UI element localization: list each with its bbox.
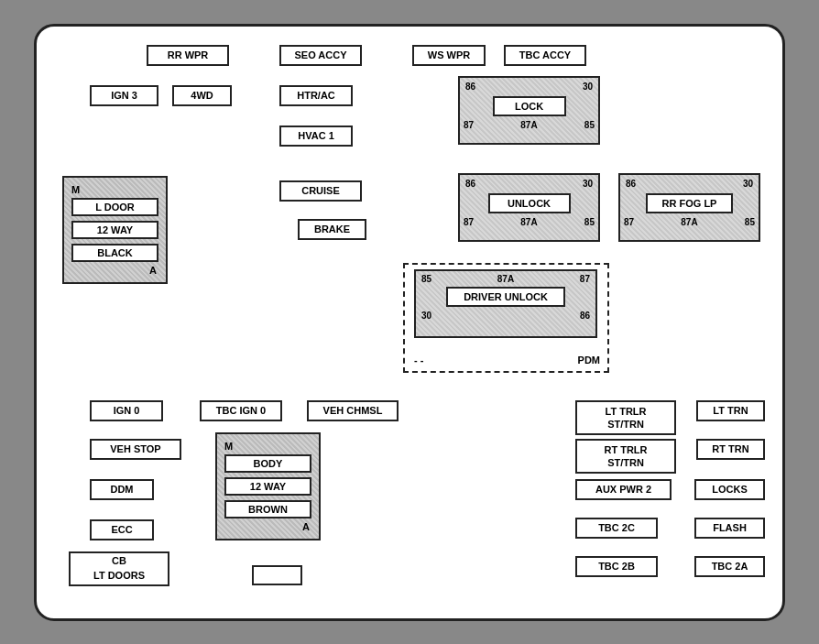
lock-30: 30	[583, 82, 593, 92]
rr-wpr-label: RR WPR	[147, 45, 229, 66]
unlock-86: 86	[465, 179, 475, 189]
unlock-label: UNLOCK	[488, 193, 571, 213]
cb-lt-doors-label: CBLT DOORS	[69, 551, 169, 586]
left-m-label: M	[71, 184, 80, 195]
ecc-label: ECC	[90, 519, 154, 540]
du-86: 86	[580, 311, 590, 321]
4wd-label: 4WD	[172, 85, 232, 106]
du-87: 87	[580, 274, 590, 284]
veh-stop-label: VEH STOP	[90, 439, 181, 460]
lock-relay-group: 86 30 LOCK 87 87A 85	[458, 76, 600, 145]
lt-trn-label: LT TRN	[696, 400, 765, 421]
du-30: 30	[421, 311, 431, 321]
rt-trn-label: RT TRN	[696, 439, 765, 460]
lock-bottom: 87 87A 85	[460, 120, 598, 130]
ws-wpr-label: WS WPR	[412, 45, 486, 66]
lock-87a: 87A	[520, 120, 537, 130]
unlock-87a: 87A	[520, 217, 537, 227]
brown-label: BROWN	[224, 500, 311, 518]
locks-label: LOCKS	[694, 479, 765, 500]
tbc-2c-label: TBC 2C	[575, 518, 658, 539]
fog-87: 87	[624, 217, 634, 227]
pdm-label: PDM	[578, 355, 600, 366]
fog-87a: 87A	[681, 217, 697, 227]
driver-unlock-relay-group: 85 87A 87 DRIVER UNLOCK 30 86	[414, 269, 597, 338]
lock-87: 87	[464, 120, 474, 130]
unlock-30: 30	[583, 179, 593, 189]
tbc-2b-label: TBC 2B	[575, 556, 658, 577]
cruise-label: CRUISE	[279, 180, 362, 202]
aux-pwr2-label: AUX PWR 2	[575, 479, 672, 500]
l-door-label: L DOOR	[71, 198, 158, 216]
pdm-dashes: - -	[414, 355, 423, 366]
body-label: BODY	[224, 454, 311, 473]
twelve-way-bot-label: 12 WAY	[224, 477, 311, 496]
lock-86: 86	[465, 82, 475, 92]
ddm-label: DDM	[90, 479, 154, 500]
du-87a: 87A	[497, 274, 514, 284]
pdm-box: 85 87A 87 DRIVER UNLOCK 30 86 PDM - -	[403, 263, 609, 373]
tbc-2a-label: TBC 2A	[694, 556, 765, 577]
du-85: 85	[421, 274, 431, 284]
htr-ac-label: HTR/AC	[279, 85, 353, 106]
tbc-accy-label: TBC ACCY	[504, 45, 586, 66]
fog-30: 30	[743, 179, 753, 189]
fog-85: 85	[745, 217, 755, 227]
lt-trlr-st-trn-label: LT TRLRST/TRN	[575, 400, 676, 436]
twelve-way-top-label: 12 WAY	[71, 221, 158, 239]
ign0-label: IGN 0	[90, 400, 163, 421]
diagram-inner: RR WPR SEO ACCY WS WPR TBC ACCY IGN 3 4W…	[55, 43, 770, 602]
unlock-relay-group: 86 30 UNLOCK 87 87A 85	[458, 173, 600, 242]
lock-label: LOCK	[493, 96, 566, 116]
bottom-a-label: A	[302, 521, 310, 532]
lock-85: 85	[584, 120, 595, 130]
brake-label: BRAKE	[298, 219, 366, 240]
veh-chmsl-label: VEH CHMSL	[307, 400, 399, 421]
left-a-label: A	[149, 265, 157, 276]
rr-fog-lp-relay-group: 86 30 RR FOG LP 87 87A 85	[618, 173, 760, 242]
tbc-ign0-label: TBC IGN 0	[200, 400, 282, 421]
unlock-bottom: 87 87A 85	[460, 217, 598, 227]
rt-trlr-st-trn-label: RT TRLRST/TRN	[575, 439, 676, 475]
fog-86: 86	[626, 179, 636, 189]
bottom-m-label: M	[224, 441, 233, 452]
unlock-87: 87	[464, 217, 474, 227]
driver-unlock-label: DRIVER UNLOCK	[446, 287, 565, 307]
unlock-85: 85	[584, 217, 595, 227]
bottom-connector: M BODY 12 WAY BROWN A	[215, 432, 321, 540]
hvac1-label: HVAC 1	[279, 126, 353, 147]
black-label: BLACK	[71, 244, 158, 262]
ign3-label: IGN 3	[90, 85, 158, 106]
diagram-container: RR WPR SEO ACCY WS WPR TBC ACCY IGN 3 4W…	[34, 24, 785, 621]
rr-fog-lp-label: RR FOG LP	[646, 193, 733, 213]
flash-label: FLASH	[694, 518, 765, 539]
bottom-tab	[252, 565, 302, 585]
seo-accy-label: SEO ACCY	[279, 45, 362, 66]
left-connector: M L DOOR 12 WAY BLACK A	[62, 176, 168, 284]
fog-bottom: 87 87A 85	[620, 217, 759, 227]
